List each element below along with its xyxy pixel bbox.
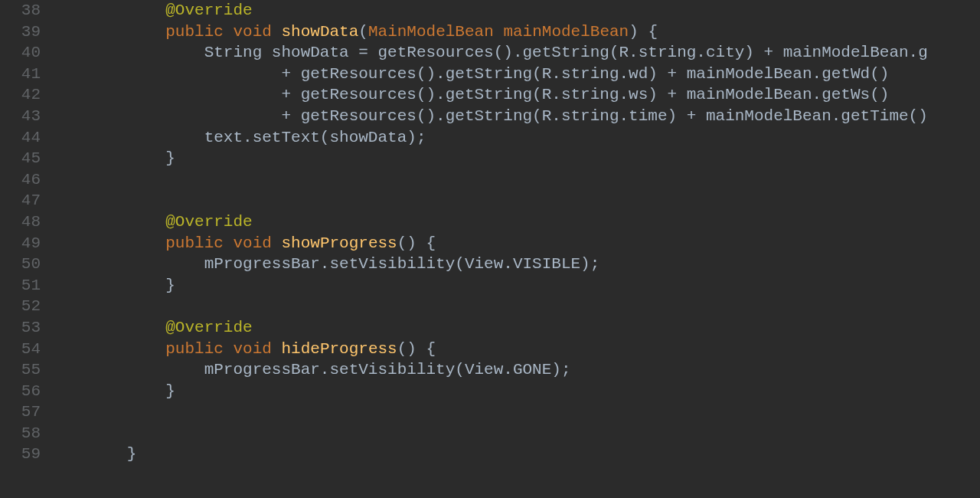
code-line[interactable]: @Override [50, 317, 980, 339]
line-number: 59 [0, 444, 41, 465]
line-number: 45 [0, 148, 41, 169]
token-plain: { [639, 23, 658, 41]
token-plain: mProgressBar.setVisibility(View.VISIBLE)… [50, 255, 599, 273]
token-fn: showProgress [282, 234, 397, 252]
token-paren: ) [629, 23, 639, 41]
token-kw: MainModelBean [368, 23, 494, 41]
token-plain [50, 23, 165, 41]
token-kw: public [165, 340, 224, 358]
code-line[interactable]: public void showProgress() { [50, 233, 980, 254]
code-line[interactable]: @Override [50, 211, 980, 233]
code-line[interactable] [50, 169, 980, 191]
code-line[interactable]: + getResources().getString(R.string.ws) … [50, 84, 980, 106]
code-line[interactable] [50, 401, 980, 423]
token-ann: @Override [165, 213, 252, 231]
token-plain: text.setText(showData); [50, 129, 426, 146]
code-line[interactable]: public void hideProgress() { [50, 339, 980, 360]
token-plain: } [50, 382, 175, 400]
line-number: 51 [0, 275, 41, 297]
token-fn: showData [282, 23, 359, 41]
line-number: 52 [0, 296, 41, 317]
token-plain: } [50, 445, 136, 463]
token-paren: () [397, 340, 416, 358]
line-number: 48 [0, 211, 41, 233]
line-number: 39 [0, 21, 41, 43]
line-number: 42 [0, 84, 41, 106]
token-plain [494, 23, 504, 41]
token-fn: hideProgress [282, 340, 397, 358]
token-plain [272, 340, 282, 358]
line-number: 58 [0, 423, 41, 444]
line-number: 55 [0, 359, 41, 381]
code-line[interactable] [50, 296, 980, 317]
line-number: 53 [0, 317, 41, 339]
code-line[interactable]: + getResources().getString(R.string.wd) … [50, 64, 980, 85]
code-line[interactable] [50, 190, 980, 211]
line-number: 56 [0, 381, 41, 402]
token-plain [50, 234, 165, 252]
token-plain [224, 23, 234, 41]
code-line[interactable]: } [50, 381, 980, 402]
token-kw: void [233, 340, 271, 358]
code-area[interactable]: @Override public void showData(MainModel… [50, 0, 980, 498]
token-plain [224, 234, 234, 252]
line-number: 57 [0, 401, 41, 423]
line-number: 47 [0, 190, 41, 211]
line-number: 38 [0, 0, 41, 21]
line-number: 50 [0, 254, 41, 275]
code-line[interactable] [50, 423, 980, 444]
line-number: 40 [0, 42, 41, 64]
token-plain [50, 340, 165, 358]
code-line[interactable]: mProgressBar.setVisibility(View.VISIBLE)… [50, 254, 980, 275]
token-kw: public [165, 234, 224, 252]
token-kw: void [233, 23, 271, 41]
token-plain [50, 213, 165, 231]
token-plain: { [416, 340, 436, 358]
line-number: 49 [0, 233, 41, 254]
token-paren: () [397, 234, 416, 252]
token-plain: } [50, 149, 175, 167]
token-kw: mainModelBean [503, 23, 629, 41]
code-line[interactable]: } [50, 444, 980, 465]
line-number: 43 [0, 106, 41, 127]
code-editor[interactable]: 3839404142434445464748495051525354555657… [0, 0, 980, 498]
line-number: 44 [0, 127, 41, 149]
token-plain: mProgressBar.setVisibility(View.GONE); [50, 361, 571, 378]
code-line[interactable]: text.setText(showData); [50, 127, 980, 149]
code-line[interactable]: mProgressBar.setVisibility(View.GONE); [50, 359, 980, 381]
code-line[interactable]: + getResources().getString(R.string.time… [50, 106, 980, 127]
code-line[interactable]: @Override [50, 0, 980, 21]
line-number: 41 [0, 64, 41, 85]
code-line[interactable]: } [50, 148, 980, 169]
token-plain: { [416, 234, 436, 252]
token-plain: + getResources().getString(R.string.time… [50, 107, 928, 125]
token-plain: + getResources().getString(R.string.ws) … [50, 86, 889, 103]
token-kw: void [233, 234, 271, 252]
code-line[interactable]: public void showData(MainModelBean mainM… [50, 21, 980, 43]
line-number: 46 [0, 169, 41, 191]
token-plain: String showData = getResources().getStri… [50, 44, 928, 61]
line-number: 54 [0, 339, 41, 360]
code-line[interactable]: } [50, 275, 980, 297]
token-ann: @Override [165, 319, 252, 336]
token-plain [224, 340, 234, 358]
token-plain: } [50, 277, 175, 294]
code-line[interactable]: String showData = getResources().getStri… [50, 42, 980, 64]
token-paren: ( [358, 23, 368, 41]
token-ann: @Override [165, 2, 252, 19]
token-plain [272, 23, 282, 41]
line-number-gutter: 3839404142434445464748495051525354555657… [0, 0, 50, 498]
token-plain [50, 2, 165, 19]
token-plain [272, 234, 282, 252]
token-plain: + getResources().getString(R.string.wd) … [50, 65, 889, 83]
token-kw: public [165, 23, 224, 41]
token-plain [50, 319, 165, 336]
